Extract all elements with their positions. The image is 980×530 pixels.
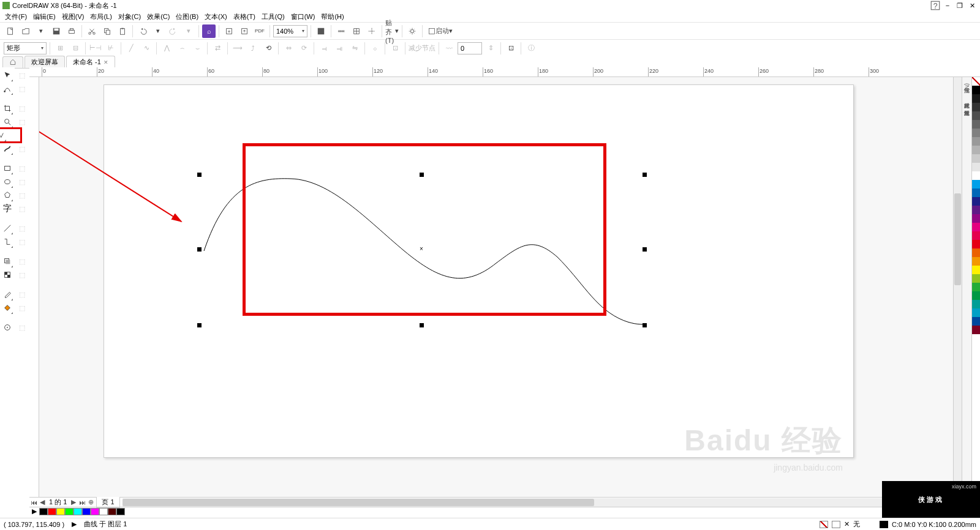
tab-home[interactable] bbox=[2, 56, 23, 68]
page-prev-button[interactable]: ◀ bbox=[38, 498, 47, 506]
menu-object[interactable]: 对象(C) bbox=[116, 12, 143, 22]
outline-swatch-icon[interactable] bbox=[880, 521, 888, 528]
preset-combo[interactable]: 矩形▾ bbox=[4, 42, 47, 54]
color-swatch[interactable] bbox=[972, 257, 980, 266]
stretch-nodes-button[interactable]: ⇔ bbox=[282, 42, 295, 55]
smart-fill-tool[interactable] bbox=[1, 321, 13, 334]
horizontal-scrollbar[interactable] bbox=[123, 498, 980, 507]
color-swatch[interactable] bbox=[972, 171, 980, 180]
fill-swatch-icon[interactable] bbox=[832, 521, 840, 528]
cusp-node-button[interactable]: ⋀ bbox=[160, 42, 173, 55]
color-swatch[interactable] bbox=[972, 231, 980, 240]
color-swatch[interactable] bbox=[972, 180, 980, 188]
reverse-direction-button[interactable]: ⇄ bbox=[211, 42, 224, 55]
ellipse-tool[interactable] bbox=[1, 175, 13, 188]
color-swatch[interactable] bbox=[972, 146, 980, 154]
selection-handle[interactable] bbox=[197, 247, 202, 252]
drawing-canvas[interactable]: × Baidu 经验 jingyan.baidu.com bbox=[39, 77, 953, 497]
undo-button[interactable] bbox=[136, 24, 149, 38]
docker-tab[interactable]: 属性(N) bbox=[963, 81, 971, 94]
parallel-dimension-tool[interactable] bbox=[1, 222, 13, 235]
color-swatch[interactable] bbox=[972, 86, 980, 94]
doc-color-swatch[interactable] bbox=[74, 508, 82, 515]
selection-handle[interactable] bbox=[643, 323, 647, 327]
doc-color-swatch[interactable] bbox=[108, 508, 116, 515]
fill-indicator-icon[interactable] bbox=[820, 521, 828, 528]
selection-handle[interactable] bbox=[197, 173, 202, 177]
menu-file[interactable]: 文件(F) bbox=[2, 12, 29, 22]
docker-tab[interactable]: 对象样式 bbox=[963, 96, 971, 101]
close-x-icon[interactable]: ✕ bbox=[844, 520, 850, 528]
object-properties-button[interactable]: ⓘ bbox=[524, 42, 538, 55]
rectangle-tool[interactable] bbox=[1, 162, 13, 175]
artistic-media-tool[interactable] bbox=[1, 142, 13, 155]
launch-button[interactable]: 启动 ▾ bbox=[426, 24, 455, 38]
tab-welcome[interactable]: 欢迎屏幕 bbox=[24, 56, 65, 68]
reflect-h-button[interactable]: ⇋ bbox=[348, 42, 361, 55]
zoom-tool[interactable] bbox=[1, 115, 13, 129]
menu-window[interactable]: 窗口(W) bbox=[288, 12, 318, 22]
to-curve-button[interactable]: ∿ bbox=[140, 42, 153, 55]
selection-handle[interactable] bbox=[420, 173, 424, 177]
doc-color-swatch[interactable] bbox=[65, 508, 74, 515]
page-next-button[interactable]: ▶ bbox=[69, 498, 78, 506]
connector-tool[interactable] bbox=[1, 235, 13, 248]
add-node-button[interactable]: ⊞ bbox=[53, 42, 67, 55]
tab-document[interactable]: 未命名 -1✕ bbox=[66, 56, 115, 68]
color-swatch[interactable] bbox=[972, 103, 980, 111]
selection-handle[interactable] bbox=[420, 323, 424, 327]
color-swatch[interactable] bbox=[972, 274, 980, 283]
shape-tool[interactable] bbox=[1, 82, 13, 95]
close-curve-button[interactable]: ⟲ bbox=[262, 42, 275, 55]
color-swatch[interactable] bbox=[972, 197, 980, 206]
color-swatch[interactable] bbox=[972, 94, 980, 103]
color-swatch[interactable] bbox=[972, 326, 980, 334]
zoom-combo[interactable]: 140%▾ bbox=[273, 25, 307, 37]
selection-handle[interactable] bbox=[643, 247, 647, 252]
polygon-tool[interactable] bbox=[1, 188, 13, 202]
color-swatch[interactable] bbox=[972, 129, 980, 137]
search-content-button[interactable]: ⌕ bbox=[202, 24, 216, 38]
color-swatch[interactable] bbox=[972, 111, 980, 120]
smooth-node-button[interactable]: ⌢ bbox=[175, 42, 189, 55]
import-button[interactable] bbox=[222, 24, 236, 38]
freehand-tool[interactable] bbox=[0, 129, 21, 142]
break-node-button[interactable]: ⊬ bbox=[104, 42, 118, 55]
menu-view[interactable]: 视图(V) bbox=[59, 12, 87, 22]
doc-color-swatch[interactable] bbox=[48, 508, 56, 515]
extend-curve-button[interactable]: ⟿ bbox=[231, 42, 244, 55]
swatch-nofill[interactable] bbox=[972, 77, 980, 86]
options-button[interactable] bbox=[405, 24, 419, 38]
page-first-button[interactable]: ⏮ bbox=[29, 499, 38, 506]
doc-color-swatch[interactable] bbox=[91, 508, 99, 515]
show-guidelines-button[interactable] bbox=[365, 24, 379, 38]
color-swatch[interactable] bbox=[972, 283, 980, 291]
color-swatch[interactable] bbox=[972, 308, 980, 317]
snap-label[interactable]: 贴齐(T) ▾ bbox=[385, 24, 399, 38]
color-swatch[interactable] bbox=[972, 206, 980, 214]
docker-tab[interactable]: 对象属性 bbox=[963, 103, 971, 108]
close-button[interactable]: ✕ bbox=[967, 1, 978, 10]
doc-color-swatch[interactable] bbox=[99, 508, 108, 515]
pick-tool[interactable] bbox=[1, 69, 13, 82]
bounding-box-button[interactable]: ⊡ bbox=[504, 42, 518, 55]
page-add-button[interactable]: ⊕ bbox=[86, 498, 95, 506]
export-button[interactable] bbox=[238, 24, 251, 38]
copy-button[interactable] bbox=[100, 24, 114, 38]
palette-arrow-icon[interactable]: ▶ bbox=[32, 507, 37, 515]
print-button[interactable] bbox=[65, 24, 78, 38]
page-last-button[interactable]: ⏭ bbox=[78, 499, 86, 506]
doc-color-swatch[interactable] bbox=[82, 508, 91, 515]
menu-effects[interactable]: 效果(C) bbox=[145, 12, 172, 22]
show-rulers-button[interactable] bbox=[334, 24, 348, 38]
rotate-nodes-button[interactable]: ⟳ bbox=[297, 42, 311, 55]
maximize-button[interactable]: ❐ bbox=[954, 1, 965, 10]
color-swatch[interactable] bbox=[972, 223, 980, 231]
color-swatch[interactable] bbox=[972, 163, 980, 171]
selection-handle[interactable] bbox=[197, 323, 202, 327]
color-swatch[interactable] bbox=[972, 137, 980, 146]
menu-help[interactable]: 帮助(H) bbox=[318, 12, 346, 22]
interactive-fill-tool[interactable] bbox=[1, 301, 13, 315]
color-swatch[interactable] bbox=[972, 248, 980, 257]
color-swatch[interactable] bbox=[972, 291, 980, 300]
